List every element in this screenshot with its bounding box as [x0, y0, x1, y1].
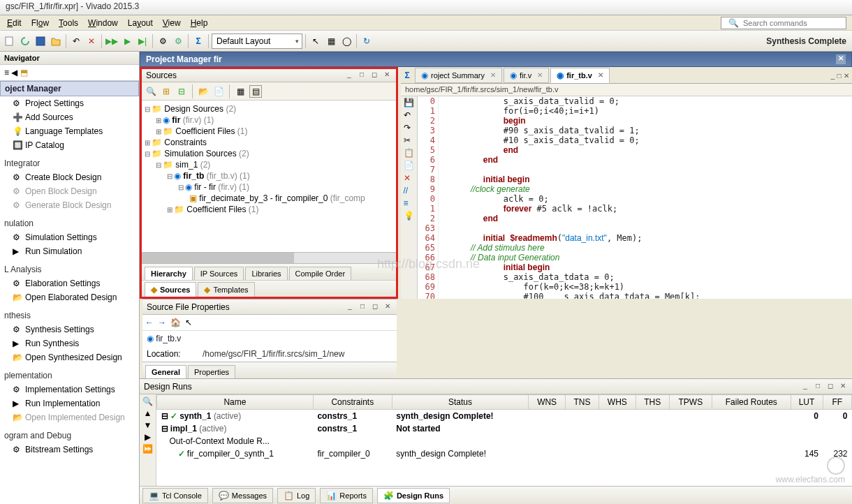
menu-help[interactable]: Help — [186, 17, 212, 29]
table-row[interactable]: Out-of-Context Module R... — [157, 435, 852, 447]
redo-icon[interactable]: ↷ — [404, 123, 415, 134]
gear2-icon[interactable]: ⚙ — [171, 34, 185, 48]
delete-icon[interactable]: ✕ — [404, 173, 415, 184]
close-icon[interactable]: ✕ — [844, 72, 849, 80]
cursor-icon[interactable]: ↖ — [185, 318, 192, 327]
comment-icon[interactable]: // — [404, 186, 415, 197]
column-header[interactable]: WNS — [529, 395, 566, 410]
nav-item[interactable]: ⚙Bitstream Settings — [0, 443, 139, 457]
nav-item[interactable]: ⚙Synthesis Settings — [0, 323, 139, 336]
maximize-icon[interactable]: □ — [837, 72, 842, 80]
view-icon[interactable]: ▦ — [234, 85, 247, 98]
tree-item[interactable]: ⊞📁 Constraints — [145, 137, 393, 148]
tree-item[interactable]: ⊟📁 Design Sources (2) — [145, 103, 393, 114]
tree-item[interactable]: ⊞📁 Coefficient Files (1) — [145, 126, 393, 137]
save-icon[interactable]: 💾 — [404, 98, 415, 109]
list-icon[interactable]: ≡ — [404, 198, 415, 209]
command-search[interactable]: 🔍 — [721, 17, 846, 29]
h-scrollbar[interactable] — [142, 252, 396, 263]
editor-tab[interactable]: ◉ fir.v✕ — [504, 68, 549, 83]
column-header[interactable]: Status — [392, 395, 528, 410]
nav-item[interactable]: 📂Open Implemented Design — [0, 410, 139, 424]
up-icon[interactable]: ▲ — [144, 408, 152, 418]
maximize-icon[interactable]: □ — [358, 302, 367, 312]
help-icon[interactable]: 💡 — [404, 211, 415, 222]
tree-item[interactable]: ⊟◉ fir_tb (fir_tb.v) (1) — [145, 170, 393, 181]
menu-flow[interactable]: Flow — [27, 17, 53, 29]
tab[interactable]: Compile Order — [289, 267, 352, 280]
menu-view[interactable]: View — [159, 17, 185, 29]
play-icon[interactable]: ▶ — [145, 432, 151, 442]
table-row[interactable]: ⊟ ✓ synth_1 (active)constrs_1synth_desig… — [157, 410, 852, 423]
back-icon[interactable]: ← — [145, 318, 154, 327]
search-input[interactable] — [743, 19, 843, 27]
nav-item[interactable]: ➕Add Sources — [0, 110, 139, 124]
editor-tab[interactable]: ◉ fir_tb.v✕ — [550, 68, 610, 83]
table-row[interactable]: ✓ fir_compiler_0_synth_1fir_compiler_0sy… — [157, 447, 852, 460]
close-icon[interactable]: ✕ — [836, 54, 846, 64]
column-header[interactable]: Name — [157, 395, 314, 410]
nav-item[interactable]: 📂Open Synthesized Design — [0, 350, 139, 364]
bottom-tab[interactable]: 💬 Messages — [212, 488, 273, 503]
reload-icon[interactable]: ↻ — [360, 34, 374, 48]
undo-icon[interactable]: ↶ — [404, 110, 415, 121]
nav-item[interactable]: ▶Run Synthesis — [0, 336, 139, 350]
table-row[interactable]: ⊟ impl_1 (active)constrs_1Not started — [157, 422, 852, 435]
close-icon[interactable]: ✕ — [490, 71, 496, 79]
nav-item[interactable]: ⚙Simulation Settings — [0, 230, 139, 244]
open-icon[interactable] — [49, 34, 63, 48]
cut-icon[interactable]: ✂ — [404, 135, 415, 147]
tab[interactable]: Hierarchy — [145, 267, 193, 280]
menu-tools[interactable]: Tools — [54, 17, 82, 29]
restore-icon[interactable]: ◻ — [369, 71, 379, 80]
add-icon[interactable]: 📄 — [212, 85, 225, 98]
search-icon[interactable]: 🔍 — [145, 85, 157, 98]
nav-item[interactable]: ⚙Create Block Design — [0, 170, 139, 184]
fwd-icon[interactable]: ⏩ — [142, 444, 153, 454]
collapse-icon[interactable]: ≡ — [4, 68, 9, 77]
nav-item[interactable]: ▶Run Simulation — [0, 244, 139, 258]
paste-icon[interactable]: 📄 — [404, 161, 415, 172]
nav-item[interactable]: 📂Open Elaborated Design — [0, 290, 139, 304]
tab[interactable]: ◆ Sources — [145, 282, 196, 297]
undo-icon[interactable]: ↶ — [69, 34, 83, 48]
refresh-icon[interactable] — [18, 34, 32, 48]
cursor-icon[interactable]: ↖ — [309, 34, 323, 48]
minimize-icon[interactable]: _ — [344, 71, 354, 80]
nav-item[interactable]: ⚙Open Block Design — [0, 184, 139, 198]
tab[interactable]: Properties — [188, 365, 235, 378]
tab[interactable]: General — [145, 365, 186, 378]
code-area[interactable]: s_axis_data_tvalid = 0; for(i=0;i<40;i=i… — [439, 96, 852, 299]
menu-layout[interactable]: Layout — [124, 17, 157, 29]
tree-item[interactable]: ⊟📁 sim_1 (2) — [145, 159, 393, 170]
nav-left-icon[interactable]: ◀ — [11, 68, 17, 77]
column-header[interactable]: WHS — [598, 395, 636, 410]
home-icon[interactable]: 🏠 — [170, 318, 181, 327]
gear1-icon[interactable]: ⚙ — [156, 34, 170, 48]
nav-item[interactable]: ▶Run Implementation — [0, 396, 139, 410]
tree-item[interactable]: ⊞◉ fir (fir.v) (1) — [145, 114, 393, 126]
cancel-icon[interactable]: ✕ — [85, 34, 98, 48]
open-icon[interactable]: 📂 — [197, 85, 210, 98]
bottom-tab[interactable]: 📊 Reports — [320, 488, 373, 503]
tree-item[interactable]: ⊞📁 Coefficient Files (1) — [145, 204, 393, 215]
bottom-tab[interactable]: 📋 Log — [277, 488, 316, 503]
tree-item[interactable]: ⊟◉ fir - fir (fir.v) (1) — [145, 181, 393, 193]
close-icon[interactable]: ✕ — [598, 71, 603, 79]
info-icon[interactable]: ▤ — [249, 85, 262, 98]
step-icon[interactable]: ▶| — [135, 34, 149, 48]
sigma-icon[interactable]: Σ — [191, 34, 205, 48]
column-header[interactable]: FF — [823, 395, 851, 410]
nav-item[interactable]: ⚙Project Settings — [0, 96, 139, 110]
copy-icon[interactable]: 📋 — [404, 148, 415, 159]
nav-item[interactable]: ⚙Implementation Settings — [0, 383, 139, 396]
nav-item[interactable]: 🔲IP Catalog — [0, 138, 139, 152]
close-icon[interactable]: ✕ — [383, 302, 392, 312]
column-header[interactable]: THS — [636, 395, 669, 410]
tool2-icon[interactable]: ◯ — [339, 34, 353, 48]
down-icon[interactable]: ▼ — [144, 420, 152, 430]
tree-item[interactable]: ⊟📁 Simulation Sources (2) — [145, 148, 393, 159]
minimize-icon[interactable]: _ — [345, 302, 355, 312]
runs-table[interactable]: NameConstraintsStatusWNSTNSWHSTHSTPWSFai… — [156, 394, 852, 486]
tab[interactable]: IP Sources — [194, 267, 244, 280]
